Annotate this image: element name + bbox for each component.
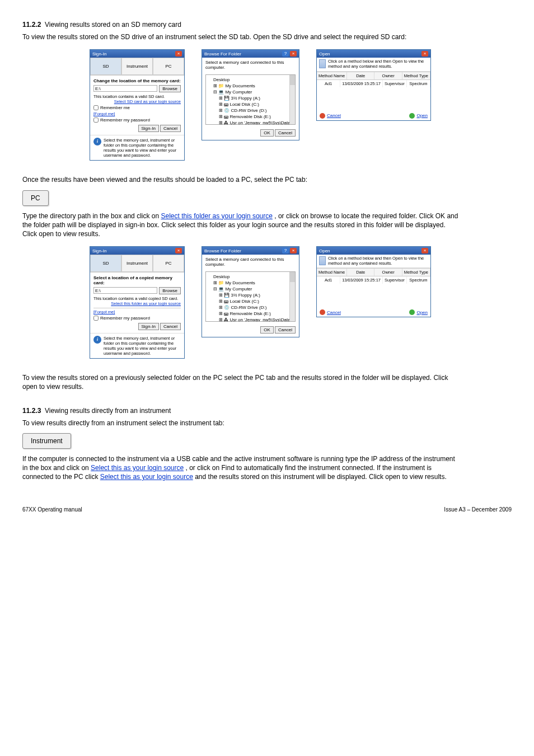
section-heading: 11.2.2 Viewing results stored on an SD m… (22, 20, 459, 29)
signin-button[interactable]: Sign-In (138, 323, 159, 330)
remember-me[interactable]: Remember me (93, 105, 181, 110)
open-body: Ad1 13/03/2009 15:25:17 Supervisor Spect… (317, 80, 430, 111)
open-open-button[interactable]: Open (409, 113, 428, 119)
scrollbar[interactable] (289, 272, 295, 321)
tab-instrument[interactable]: Instrument (121, 255, 153, 272)
forgot-link[interactable]: [Forgot me] (93, 111, 181, 116)
tree-node[interactable]: CD-RW Drive (D:) (231, 108, 266, 113)
last-note: To view the results stored on a previous… (22, 373, 459, 391)
tree-node[interactable]: Usr on 'Jenway_nw5\Sys\Data' (U:) (229, 120, 296, 125)
tree-node[interactable]: Removable Disk (E:) (229, 114, 270, 119)
open-icon (409, 113, 415, 119)
tree-node[interactable]: 3½ Floppy (A:) (231, 96, 260, 101)
tab-sd[interactable]: SD (90, 255, 121, 272)
open-dialog: Open × Click on a method below and then … (316, 49, 431, 120)
select-login-source-link[interactable]: Select this as your login source (91, 464, 184, 472)
select-source-link[interactable]: Select this folder as your login source (93, 301, 181, 306)
open-cancel-button[interactable]: Cancel (320, 113, 341, 119)
tree-node[interactable]: My Documents (225, 83, 255, 88)
col-method-type[interactable]: Method Type (402, 72, 430, 79)
tree-node[interactable]: CD-RW Drive (D:) (231, 305, 266, 310)
scrollbar[interactable] (289, 75, 295, 124)
browse-button[interactable]: Browse (159, 85, 181, 92)
remember-pwd[interactable]: Remember my password (93, 316, 181, 321)
bff-cancel-button[interactable]: Cancel (275, 129, 296, 137)
close-icon[interactable]: × (421, 51, 428, 57)
col-method-name[interactable]: Method Name (317, 72, 347, 79)
open-header: Click on a method below and then Open to… (317, 58, 430, 71)
open-cancel-button[interactable]: Cancel (320, 309, 341, 315)
signin-dialog-pc: Sign-In × SD Instrument PC Select a loca… (90, 246, 185, 359)
close-icon[interactable]: × (175, 248, 182, 253)
tree-node[interactable]: Local Disk (C:) (229, 102, 259, 107)
browse-button[interactable]: Browse (159, 287, 181, 294)
cancel-button[interactable]: Cancel (160, 323, 181, 330)
screenshot-row-1: Sign-In × SD Instrument PC Change the lo… (22, 49, 512, 161)
open-header-msg: Click on a method below and then Open to… (328, 59, 428, 69)
open-header-icon (319, 59, 326, 68)
browse-folder-dialog: Browse For Folder ?× Select a memory car… (202, 49, 299, 140)
table-row[interactable]: Ad1 13/03/2009 15:25:17 Supervisor Spect… (317, 276, 430, 284)
signin-tabs: SD Instrument PC (90, 58, 184, 75)
mid-paragraph-2: Type the directory path in the box and c… (22, 212, 459, 239)
instrument-tab-button[interactable]: Instrument (22, 433, 71, 449)
close-icon[interactable]: × (421, 248, 428, 253)
select-source-link[interactable]: Select SD card as your login source (93, 99, 181, 104)
col-date[interactable]: Date (347, 72, 374, 79)
remember-pwd[interactable]: Remember my password (93, 118, 181, 123)
select-login-source-link-2[interactable]: Select this as your login source (100, 473, 193, 481)
close-icon[interactable]: × (175, 51, 182, 57)
table-row[interactable]: Ad1 13/03/2009 15:25:17 Supervisor Spect… (317, 80, 430, 87)
remember-pwd-checkbox[interactable] (93, 316, 99, 321)
tree-node[interactable]: My Computer (225, 287, 252, 292)
section2-body: If the computer is connected to the inst… (22, 454, 459, 482)
open-header-icon (319, 256, 326, 265)
footer-left: 67XX Operating manual (22, 506, 82, 513)
col-owner[interactable]: Owner (374, 72, 402, 79)
tree-node[interactable]: Desktop (213, 77, 293, 83)
signin-titlebar: Sign-In × (90, 247, 184, 255)
open-titlebar: Open × (317, 50, 430, 58)
close-icon[interactable]: × (290, 248, 297, 253)
signin-titlebar: Sign-In × (90, 50, 184, 58)
bff-cancel-button[interactable]: Cancel (275, 326, 296, 334)
tab-pc[interactable]: PC (153, 255, 184, 272)
open-footer: Cancel Open (317, 111, 430, 120)
cancel-button[interactable]: Cancel (160, 125, 181, 132)
open-open-button[interactable]: Open (409, 309, 428, 315)
tab-sd[interactable]: SD (90, 58, 121, 75)
bff-tree[interactable]: Desktop ⊞ 📁 My Documents ⊟ 💻 My Computer… (205, 74, 296, 125)
close-icon[interactable]: × (290, 51, 297, 57)
path-note: This location contains a valid SD card. (93, 94, 181, 99)
tree-node[interactable]: Local Disk (C:) (229, 299, 259, 304)
tree-node[interactable]: My Documents (225, 280, 255, 285)
signin-heading: Select a location of a copied memory car… (93, 275, 181, 285)
tab-pc[interactable]: PC (153, 58, 184, 75)
forgot-link[interactable]: [Forgot me] (93, 309, 181, 314)
bff-ok-button[interactable]: OK (260, 129, 274, 137)
path-note: This location contains a valid copied SD… (93, 296, 181, 301)
help-icon[interactable]: ? (282, 248, 289, 253)
signin-heading: Change the location of the memory card: (93, 78, 181, 83)
tree-node[interactable]: Desktop (213, 274, 293, 280)
cancel-icon (320, 113, 325, 119)
path-input[interactable] (93, 287, 157, 294)
bff-title-buttons: ?× (282, 51, 297, 57)
remember-me-checkbox[interactable] (93, 105, 99, 110)
remember-pwd-checkbox[interactable] (93, 118, 99, 123)
tree-node[interactable]: 3½ Floppy (A:) (231, 293, 260, 298)
select-folder-link[interactable]: Select this folder as your login source (161, 212, 272, 220)
path-input[interactable] (93, 85, 157, 92)
pc-tab-button[interactable]: PC (22, 190, 49, 206)
bff-tree[interactable]: Desktop ⊞ 📁 My Documents ⊟ 💻 My Computer… (205, 271, 296, 322)
signin-button[interactable]: Sign-In (138, 125, 159, 132)
tree-node[interactable]: Usr on 'Jenway_nw5\Sys\Data' (U:) (229, 317, 296, 322)
help-icon[interactable]: ? (282, 51, 289, 57)
open-dialog-2: Open× Click on a method below and then O… (316, 246, 431, 317)
tab-instrument[interactable]: Instrument (121, 58, 153, 75)
bff-ok-button[interactable]: OK (260, 326, 274, 334)
tree-node[interactable]: Removable Disk (E:) (229, 311, 270, 316)
info-icon: i (93, 138, 101, 145)
open-columns: Method Name Date Owner Method Type (317, 72, 430, 80)
tree-node[interactable]: My Computer (225, 90, 252, 95)
